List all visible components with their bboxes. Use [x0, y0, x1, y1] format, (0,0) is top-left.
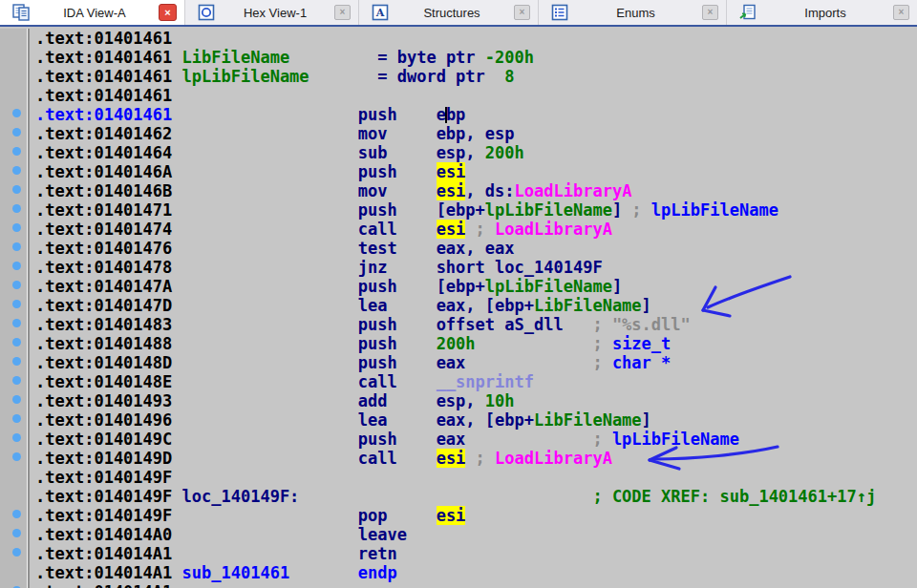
listing-line[interactable]: .text:0140148D push eax ; char * — [0, 353, 917, 372]
listing-line[interactable]: .text:01401461 — [0, 86, 917, 105]
listing-line[interactable]: .text:0140147A push [ebp+lpLibFileName] — [0, 277, 917, 296]
address: .text:01401462 — [35, 124, 172, 143]
listing-margin — [0, 506, 28, 525]
listing-line[interactable]: .text:01401462 mov ebp, esp — [0, 124, 917, 143]
listing-line[interactable]: .text:01401464 sub esp, 200h — [0, 143, 917, 162]
line-marker-dot — [12, 109, 21, 117]
code-text: .text:01401471 push [ebp+lpLibFileName] … — [28, 200, 917, 220]
line-marker-dot — [12, 452, 21, 461]
listing-margin — [0, 563, 28, 582]
listing-margin — [0, 296, 28, 315]
code-text: .text:0140149F — [28, 468, 917, 487]
listing-line[interactable]: .text:01401493 add esp, 10h — [0, 391, 917, 410]
address: .text:01401493 — [35, 391, 172, 410]
listing-margin — [0, 143, 28, 162]
ida-view-icon — [11, 3, 31, 22]
address: .text:01401488 — [35, 334, 172, 353]
tab-ida-view-a[interactable]: IDA View-A× — [0, 0, 184, 25]
line-marker-dot — [12, 300, 21, 308]
listing-line[interactable]: .text:01401483 push offset aS_dll ; "%s.… — [0, 315, 917, 334]
listing-line[interactable]: .text:0140146A push esi — [0, 162, 917, 181]
address: .text:0140147A — [35, 277, 172, 296]
listing-line[interactable]: .text:01401488 push 200h ; size_t — [0, 334, 917, 353]
close-icon[interactable]: × — [334, 5, 351, 20]
address: .text:0140146B — [35, 181, 172, 200]
address: .text:0140149F — [35, 468, 172, 487]
listing-line[interactable]: .text:0140146B mov esi, ds:LoadLibraryA — [0, 181, 917, 200]
tab-label: Hex View-1 — [216, 6, 334, 20]
listing-line[interactable]: .text:01401461 — [0, 29, 917, 48]
close-icon[interactable]: × — [159, 4, 177, 21]
close-icon[interactable]: × — [514, 5, 530, 20]
line-marker-dot — [12, 223, 21, 232]
code-text: .text:01401488 push 200h ; size_t — [28, 334, 917, 353]
address: .text:014014A1 — [35, 582, 172, 588]
line-marker-dot — [12, 166, 21, 175]
listing-margin — [0, 544, 28, 563]
listing-line[interactable]: .text:01401476 test eax, eax — [0, 239, 917, 258]
line-marker-dot — [12, 262, 21, 270]
listing-margin — [0, 372, 28, 391]
listing-margin — [0, 391, 28, 410]
listing-margin — [0, 105, 28, 124]
listing-line[interactable]: .text:01401471 push [ebp+lpLibFileName] … — [0, 200, 917, 220]
listing-line[interactable]: .text:01401474 call esi ; LoadLibraryA — [0, 220, 917, 239]
listing-margin — [0, 258, 28, 277]
listing-margin — [0, 468, 28, 487]
listing-line[interactable]: .text:0140149F — [0, 468, 917, 487]
listing-line[interactable]: .text:014014A1 sub_1401461 endp — [0, 563, 917, 582]
close-icon[interactable]: × — [893, 5, 909, 20]
address: .text:0140146A — [35, 162, 172, 181]
listing-margin — [0, 487, 28, 506]
tab-bar: IDA View-A×Hex View-1×AStructures×Enums×… — [0, 0, 917, 27]
listing-margin — [0, 67, 28, 86]
address: .text:0140148E — [35, 372, 172, 391]
line-marker-dot — [12, 395, 21, 404]
listing-line[interactable]: .text:0140149F loc_140149F: ; CODE XREF:… — [0, 487, 917, 506]
tab-enums[interactable]: Enums× — [538, 0, 726, 25]
tab-imports[interactable]: Imports× — [726, 0, 917, 25]
code-text: .text:0140149C push eax ; lpLibFileName — [28, 430, 917, 449]
line-marker-dot — [12, 242, 21, 251]
listing-line[interactable]: .text:01401461 LibFileName = byte ptr -2… — [0, 48, 917, 67]
tab-hex-view-1[interactable]: Hex View-1× — [184, 0, 358, 25]
listing-margin — [0, 239, 28, 258]
disassembly-listing[interactable]: .text:01401461.text:01401461 LibFileName… — [0, 29, 917, 588]
code-text: .text:01401483 push offset aS_dll ; "%s.… — [28, 315, 917, 334]
tab-label: Enums — [569, 6, 702, 20]
listing-line[interactable]: .text:01401496 lea eax, [ebp+LibFileName… — [0, 410, 917, 430]
listing-line[interactable]: .text:0140149C push eax ; lpLibFileName — [0, 430, 917, 449]
listing-margin — [0, 277, 28, 296]
listing-line[interactable]: .text:01401461 push ebp — [0, 105, 917, 124]
listing-line[interactable]: .text:0140149F pop esi — [0, 506, 917, 525]
listing-line[interactable]: .text:01401478 jnz short loc_140149F — [0, 258, 917, 277]
listing-line[interactable]: .text:014014A1 retn — [0, 544, 917, 563]
close-icon[interactable]: × — [702, 5, 718, 20]
listing-line[interactable]: .text:01401461 lpLibFileName = dword ptr… — [0, 67, 917, 86]
listing-line[interactable]: .text:0140147D lea eax, [ebp+LibFileName… — [0, 296, 917, 315]
address: .text:0140148D — [35, 353, 172, 372]
listing-line[interactable]: .text:014014A0 leave — [0, 525, 917, 544]
listing-margin — [0, 410, 28, 430]
code-text: .text:01401493 add esp, 10h — [28, 391, 917, 410]
line-marker-dot — [12, 376, 21, 385]
listing-line[interactable]: .text:0140149D call esi ; LoadLibraryA — [0, 449, 917, 468]
tab-structures[interactable]: AStructures× — [358, 0, 538, 25]
listing-margin — [0, 353, 28, 372]
line-marker-dot — [12, 433, 21, 442]
line-marker-dot — [12, 357, 21, 366]
code-text: .text:01401462 mov ebp, esp — [28, 124, 917, 143]
code-text: .text:014014A1 retn — [28, 544, 917, 563]
listing-margin — [0, 220, 28, 239]
listing-margin — [0, 86, 28, 105]
code-text: .text:014014A1 sub_1401461 endp — [28, 563, 917, 582]
listing-margin — [0, 162, 28, 181]
code-text: .text:01401461 LibFileName = byte ptr -2… — [28, 48, 917, 67]
hex-view-icon — [197, 3, 216, 22]
listing-line[interactable]: .text:014014A1 — [0, 582, 917, 588]
listing-line[interactable]: .text:0140148E call __snprintf — [0, 372, 917, 391]
line-marker-dot — [12, 128, 21, 136]
listing-margin — [0, 582, 28, 588]
code-text: .text:0140148D push eax ; char * — [28, 353, 917, 372]
svg-text:A: A — [375, 7, 385, 19]
